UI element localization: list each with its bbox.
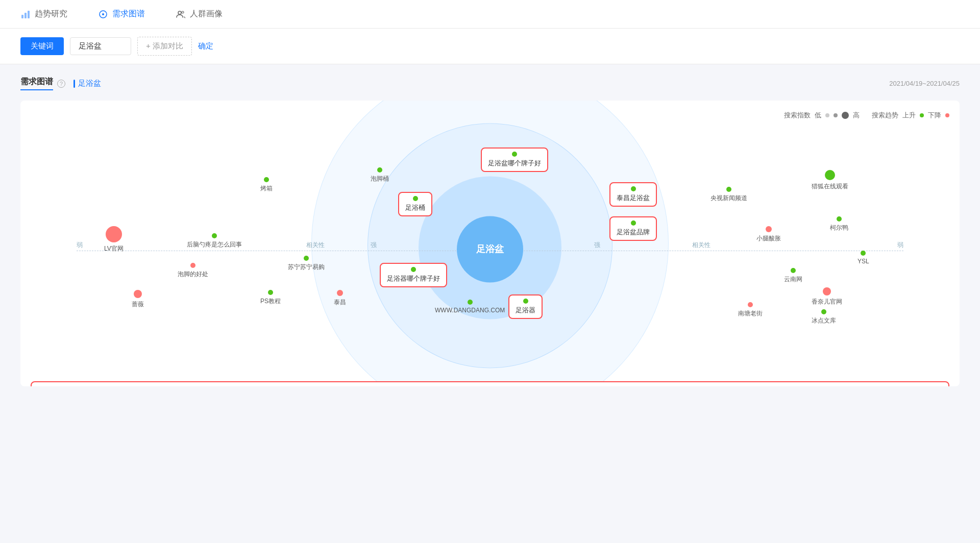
center-bubble-label: 足浴盆 bbox=[476, 243, 504, 255]
node-yunnan: 云南网 bbox=[784, 268, 802, 284]
label-nantang: 南塘老街 bbox=[738, 309, 763, 318]
dot-nantang bbox=[748, 302, 753, 307]
people-icon bbox=[176, 9, 186, 19]
dot-ps bbox=[268, 290, 273, 295]
keyword-bar bbox=[74, 80, 75, 88]
dot-paojiaotong bbox=[377, 167, 382, 172]
keyword-input[interactable] bbox=[70, 37, 131, 55]
dot-mid bbox=[834, 113, 838, 117]
toolbar: 关键词 + 添加对比 确定 bbox=[0, 29, 980, 64]
dot-qiangwei bbox=[134, 290, 142, 298]
svg-rect-1 bbox=[24, 13, 27, 18]
top-nav: 趋势研究 需求图谱 人群画像 bbox=[0, 0, 980, 29]
dot-taichang bbox=[337, 290, 343, 296]
dot-keerya bbox=[837, 216, 842, 221]
node-paojiao: 泡脚的好处 bbox=[178, 263, 208, 279]
dot-chanel bbox=[823, 287, 831, 295]
label-liehu: 猎狐在线观看 bbox=[812, 182, 848, 191]
dot-up bbox=[920, 113, 924, 117]
label-keerya: 柯尔鸭 bbox=[830, 224, 848, 232]
node-keerya: 柯尔鸭 bbox=[830, 216, 848, 232]
node-paojiaotong: 泡脚桶 bbox=[371, 167, 389, 183]
node-liehu: 猎狐在线观看 bbox=[812, 170, 848, 191]
section-title: 需求图谱 bbox=[20, 77, 53, 90]
dot-bingdian bbox=[821, 309, 826, 314]
nav-trend[interactable]: 趋势研究 bbox=[20, 9, 67, 19]
nav-demand[interactable]: 需求图谱 bbox=[98, 9, 145, 19]
section-keyword-label: 足浴盆 bbox=[78, 79, 101, 88]
trend-label: 搜索趋势 bbox=[872, 111, 898, 120]
dot-xiaotui bbox=[766, 226, 772, 232]
node-hounao: 后脑勺疼是怎么回事 bbox=[187, 233, 242, 249]
label-qiangwei: 蔷薇 bbox=[132, 300, 144, 309]
label-paojiaotong: 泡脚桶 bbox=[371, 175, 389, 183]
section-keyword: 足浴盆 bbox=[74, 79, 101, 88]
boxed-node-1: 足浴盆哪个牌子好 bbox=[481, 147, 548, 172]
label-chanel: 香奈儿官网 bbox=[812, 298, 842, 306]
section-date: 2021/04/19~2021/04/25 bbox=[889, 80, 960, 87]
app-container: 趋势研究 需求图谱 人群画像 关键词 bbox=[0, 0, 980, 543]
boxed-node-5: 足浴器哪个牌子好 bbox=[380, 263, 447, 287]
axis-left-label: 相关性 bbox=[306, 241, 325, 250]
chart-wrapper: 搜索指数 低 高 搜索趋势 上升 下降 bbox=[20, 101, 960, 386]
node-dangdang: WWW.DANGDANG.COM bbox=[435, 300, 505, 314]
dot-yangshi bbox=[726, 187, 731, 192]
section-title-wrap: 需求图谱 ? bbox=[20, 77, 65, 90]
boxed-label-3: 足浴盆品牌 bbox=[617, 228, 650, 237]
section-header: 需求图谱 ? 足浴盆 2021/04/19~2021/04/25 bbox=[20, 77, 960, 90]
boxed-node-3: 足浴盆品牌 bbox=[609, 216, 657, 241]
keyword-button[interactable]: 关键词 bbox=[20, 37, 64, 55]
add-compare-button[interactable]: + 添加对比 bbox=[137, 37, 192, 56]
dot-lv bbox=[106, 226, 122, 242]
node-lv: LV官网 bbox=[104, 226, 124, 253]
dot-dangdang bbox=[468, 300, 473, 305]
label-paojiao: 泡脚的好处 bbox=[178, 270, 208, 279]
boxed-dot-1 bbox=[512, 152, 517, 157]
dot-liehu bbox=[825, 170, 835, 180]
help-icon[interactable]: ? bbox=[57, 80, 65, 88]
label-yangshi: 央视新闻频道 bbox=[710, 194, 747, 203]
boxed-label-5: 足浴器哪个牌子好 bbox=[387, 274, 440, 283]
down-label: 下降 bbox=[928, 111, 941, 120]
boxed-dot-2 bbox=[631, 186, 636, 191]
svg-point-4 bbox=[102, 13, 104, 15]
boxed-dot-5 bbox=[411, 267, 416, 272]
svg-point-5 bbox=[178, 11, 181, 14]
svg-point-6 bbox=[182, 11, 184, 13]
boxed-label-4: 足浴桶 bbox=[405, 203, 425, 212]
confirm-button[interactable]: 确定 bbox=[198, 41, 213, 51]
dot-low bbox=[825, 113, 829, 117]
label-kaoxiang: 烤箱 bbox=[260, 184, 273, 193]
chart-icon bbox=[20, 9, 31, 19]
boxed-label-2: 泰昌足浴盆 bbox=[617, 193, 650, 203]
label-yunnan: 云南网 bbox=[784, 275, 802, 284]
axis-right-label: 相关性 bbox=[692, 241, 710, 250]
dot-hounao bbox=[212, 233, 217, 238]
boxed-node-4: 足浴桶 bbox=[398, 192, 432, 216]
label-bingdian: 冰点文库 bbox=[812, 316, 836, 325]
svg-rect-0 bbox=[21, 15, 23, 18]
boxed-node-2: 泰昌足浴盆 bbox=[609, 182, 657, 207]
search-index-label: 搜索指数 bbox=[784, 111, 811, 120]
node-suning: 苏宁苏宁易购 bbox=[288, 256, 325, 272]
svg-rect-2 bbox=[28, 11, 30, 18]
label-taichang: 泰昌 bbox=[334, 298, 346, 307]
label-lv: LV官网 bbox=[104, 244, 124, 253]
nav-crowd[interactable]: 人群画像 bbox=[176, 9, 223, 19]
label-hounao: 后脑勺疼是怎么回事 bbox=[187, 240, 242, 249]
nav-crowd-label: 人群画像 bbox=[190, 9, 223, 19]
low-label: 低 bbox=[815, 111, 821, 120]
axis-strong-right: 强 bbox=[594, 241, 600, 250]
node-bingdian: 冰点文库 bbox=[812, 309, 836, 325]
axis-right-weak: 弱 bbox=[897, 241, 903, 250]
timeline-wrapper: ◀◀ bbox=[31, 381, 949, 386]
node-taichang: 泰昌 bbox=[334, 290, 346, 307]
nav-demand-label: 需求图谱 bbox=[112, 9, 145, 19]
dot-yunnan bbox=[791, 268, 796, 273]
section-title-group: 需求图谱 ? 足浴盆 bbox=[20, 77, 101, 90]
label-xiaotui: 小腿酸胀 bbox=[756, 234, 781, 243]
node-qiangwei: 蔷薇 bbox=[132, 290, 144, 309]
label-suning: 苏宁苏宁易购 bbox=[288, 263, 325, 272]
axis-strong-left: 强 bbox=[371, 241, 377, 250]
boxed-label-1: 足浴盆哪个牌子好 bbox=[488, 159, 541, 168]
